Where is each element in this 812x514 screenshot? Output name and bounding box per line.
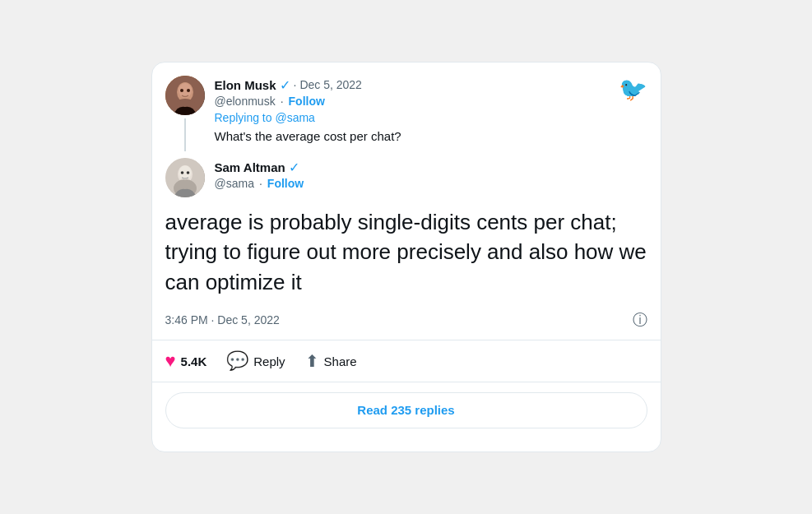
timestamp-row: 3:46 PM · Dec 5, 2022 ⓘ bbox=[165, 310, 647, 330]
twitter-logo-icon: 🐦 bbox=[619, 76, 647, 103]
like-count: 5.4K bbox=[181, 354, 207, 368]
sam-tweet-content: Sam Altman ✓ @sama · Follow bbox=[215, 158, 647, 197]
replying-to-handle: @sama bbox=[275, 111, 314, 124]
elon-name: Elon Musk bbox=[215, 78, 276, 92]
share-label: Share bbox=[324, 354, 357, 368]
reply-action[interactable]: 💬 Reply bbox=[226, 350, 285, 372]
elon-tweet-content: Elon Musk ✓ · Dec 5, 2022 @elonmusk · Fo… bbox=[215, 76, 647, 151]
sam-follow-button[interactable]: Follow bbox=[267, 177, 304, 190]
sam-verified-icon: ✓ bbox=[289, 160, 299, 175]
actions-row: ♥ 5.4K 💬 Reply ⬆ Share bbox=[165, 340, 647, 382]
svg-point-10 bbox=[180, 171, 183, 174]
thread-line bbox=[184, 118, 186, 151]
share-action[interactable]: ⬆ Share bbox=[305, 351, 357, 371]
share-icon: ⬆ bbox=[305, 351, 319, 371]
read-replies-button[interactable]: Read 235 replies bbox=[165, 392, 647, 428]
sam-user-row: Sam Altman ✓ bbox=[215, 160, 647, 175]
elon-avatar bbox=[165, 76, 205, 115]
replying-to-label: Replying to bbox=[215, 111, 272, 124]
elon-follow-button[interactable]: Follow bbox=[289, 95, 325, 108]
elon-handle-row: @elonmusk · Follow bbox=[215, 95, 647, 108]
sam-tweet-header: Sam Altman ✓ @sama · Follow bbox=[165, 158, 647, 197]
svg-point-11 bbox=[186, 171, 189, 174]
elon-handle: @elonmusk bbox=[215, 95, 276, 108]
elon-tweet-text: What's the average cost per chat? bbox=[215, 127, 647, 146]
tweet-timestamp: 3:46 PM · Dec 5, 2022 bbox=[165, 313, 280, 326]
like-action[interactable]: ♥ 5.4K bbox=[165, 350, 207, 372]
info-icon[interactable]: ⓘ bbox=[633, 310, 647, 330]
sam-name: Sam Altman bbox=[215, 160, 285, 174]
read-replies-text: Read 235 replies bbox=[357, 403, 454, 417]
elon-user-row: Elon Musk ✓ · Dec 5, 2022 bbox=[215, 77, 647, 93]
replying-to: Replying to @sama bbox=[215, 111, 647, 124]
dot-sep-sam: · bbox=[259, 177, 262, 190]
elon-verified-icon: ✓ bbox=[280, 77, 290, 93]
reply-icon: 💬 bbox=[226, 350, 248, 372]
svg-point-4 bbox=[180, 89, 183, 92]
elon-tweet-date: · bbox=[294, 78, 297, 91]
sam-handle: @sama bbox=[215, 177, 254, 190]
heart-icon: ♥ bbox=[165, 350, 176, 372]
parent-avatar-col bbox=[165, 76, 205, 151]
tweet-card: 🐦 Elon Musk bbox=[151, 62, 661, 452]
sam-handle-row: @sama · Follow bbox=[215, 177, 647, 190]
elon-date: Dec 5, 2022 bbox=[299, 78, 362, 91]
svg-point-5 bbox=[187, 89, 190, 92]
sam-avatar bbox=[165, 158, 205, 197]
reply-label: Reply bbox=[253, 354, 285, 368]
main-tweet-text: average is probably single-digits cents … bbox=[165, 207, 647, 297]
parent-tweet: Elon Musk ✓ · Dec 5, 2022 @elonmusk · Fo… bbox=[165, 76, 647, 151]
dot-sep-elon: · bbox=[281, 95, 284, 108]
